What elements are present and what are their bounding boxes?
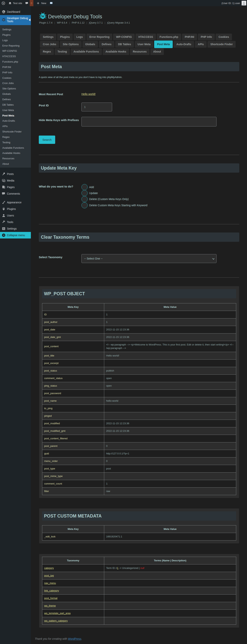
submenu-item-db-tables[interactable]: DB Tables bbox=[0, 102, 31, 108]
sidebar-item-dashboard[interactable]: Dashboard bbox=[0, 8, 31, 15]
tab-functions-php[interactable]: Functions.php bbox=[157, 34, 181, 40]
radio-label: Delete Custom Meta Keys Starting with Ke… bbox=[89, 204, 147, 207]
radio-option: Delete Custom Meta Keys Starting with Ke… bbox=[81, 202, 147, 208]
submenu-item-php-info[interactable]: PHP Info bbox=[0, 70, 31, 75]
sidebar-item-media[interactable]: Media bbox=[0, 177, 31, 184]
docs-menu[interactable] bbox=[50, 0, 53, 6]
tab-resources[interactable]: Resources bbox=[130, 48, 150, 55]
tab-globals[interactable]: Globals bbox=[82, 41, 98, 48]
tab-defines[interactable]: Defines bbox=[99, 41, 114, 48]
sidebar-item-appearance[interactable]: Appearance bbox=[0, 199, 31, 206]
taxonomy-link-nav-menu[interactable]: nav_menu bbox=[44, 582, 56, 584]
tab-regex[interactable]: Regex bbox=[40, 48, 54, 55]
meta-separator: | bbox=[54, 21, 55, 24]
submenu-item-auto-drafts[interactable]: Auto-Drafts bbox=[0, 118, 31, 124]
taxonomy-select[interactable]: -- Select One -- bbox=[81, 254, 217, 263]
site-menu[interactable]: Test site bbox=[8, 0, 22, 6]
tab-htaccess[interactable]: HTACCESS bbox=[135, 34, 156, 40]
taxonomy-panel: TaxonomyTerms (Name | Description)catego… bbox=[39, 554, 239, 628]
user-greeting[interactable]: (User ID: 1) user bbox=[222, 2, 240, 5]
wordpress-link[interactable]: WordPress bbox=[68, 637, 81, 640]
hide-prefixes-textarea[interactable] bbox=[81, 117, 217, 126]
tab-site-options[interactable]: Site Options bbox=[60, 41, 81, 48]
submenu-item-cookies[interactable]: Cookies bbox=[0, 75, 31, 81]
comments-menu[interactable] bbox=[25, 0, 28, 6]
submenu-item-regex[interactable]: Regex bbox=[0, 134, 31, 140]
submenu-item-about[interactable]: About bbox=[0, 161, 31, 167]
tab-auto-drafts[interactable]: Auto-Drafts bbox=[174, 41, 194, 48]
submenu-item-logs[interactable]: Logs bbox=[0, 38, 31, 43]
radio-button-delete-custom-meta-keys-only[interactable] bbox=[81, 196, 88, 202]
recent-post-link[interactable]: Hello world! bbox=[81, 92, 95, 96]
sidebar-item-tools[interactable]: Tools bbox=[0, 219, 31, 225]
tab-post-meta[interactable]: Post Meta bbox=[154, 40, 173, 48]
table-header: Meta Key bbox=[42, 526, 104, 533]
sidebar-item-posts[interactable]: Posts bbox=[0, 171, 31, 177]
submenu-item-settings[interactable]: Settings bbox=[0, 27, 31, 32]
post-id-input[interactable]: 1 bbox=[81, 102, 112, 112]
sidebar-item-plugins[interactable]: Plugins bbox=[0, 206, 31, 212]
term-id-link[interactable]: 1 bbox=[117, 566, 118, 570]
submenu-item-available-functions[interactable]: Available Functions bbox=[0, 145, 31, 150]
submenu-item-cron-jobs[interactable]: Cron Jobs bbox=[0, 80, 31, 86]
submenu-item-plugins[interactable]: Plugins bbox=[0, 32, 31, 38]
submenu-item-resources[interactable]: Resources bbox=[0, 156, 31, 161]
taxonomy-link-post-tag[interactable]: post_tag bbox=[44, 574, 54, 577]
sidebar-item-developer-debug-tools[interactable]: W Developer Debug Tools bbox=[0, 15, 31, 25]
avatar[interactable] bbox=[242, 1, 246, 6]
submenu-item-wp-config[interactable]: WP-CONFIG bbox=[0, 48, 31, 54]
submenu-item-testing[interactable]: Testing bbox=[0, 140, 31, 145]
tab-shortcode-finder[interactable]: Shortcode Finder bbox=[208, 41, 236, 48]
meta-key-cell: post_parent bbox=[42, 442, 104, 450]
tab-user-meta[interactable]: User Meta bbox=[135, 41, 153, 48]
submenu-item-post-meta[interactable]: Post Meta bbox=[0, 113, 31, 118]
submenu-item-defines[interactable]: Defines bbox=[0, 97, 31, 102]
tab-db-tables[interactable]: DB Tables bbox=[115, 41, 134, 48]
tab-about[interactable]: About bbox=[150, 48, 164, 55]
comment-count-badge[interactable]: 0 bbox=[30, 0, 33, 6]
new-menu[interactable]: New bbox=[37, 0, 46, 6]
meta-item: Plugin 1.7.4 bbox=[39, 21, 52, 24]
radio-button-update[interactable] bbox=[81, 190, 88, 196]
tab-available-hooks[interactable]: Available Hooks bbox=[103, 48, 129, 55]
taxonomy-link-wp-pattern-category[interactable]: wp_pattern_category bbox=[44, 619, 67, 622]
submenu-item-shortcode-finder[interactable]: Shortcode Finder bbox=[0, 129, 31, 134]
search-button[interactable]: Search bbox=[39, 136, 55, 144]
taxonomy-link-wp-theme[interactable]: wp_theme bbox=[44, 604, 56, 607]
tab-testing[interactable]: Testing bbox=[55, 48, 70, 55]
submenu-item-user-meta[interactable]: User Meta bbox=[0, 108, 31, 113]
submenu-item-htaccess[interactable]: HTACCESS bbox=[0, 54, 31, 59]
tab-php-info[interactable]: PHP Info bbox=[198, 34, 215, 40]
tab-php-ini[interactable]: PHP.INI bbox=[182, 34, 197, 40]
submenu-item-apis[interactable]: APIs bbox=[0, 124, 31, 129]
tab-logs[interactable]: Logs bbox=[73, 34, 86, 40]
taxonomy-link-wp-template-part-area[interactable]: wp_template_part_area bbox=[44, 612, 71, 615]
submenu-item-available-hooks[interactable]: Available Hooks bbox=[0, 150, 31, 156]
taxonomy-link-post-format[interactable]: post_format bbox=[44, 597, 57, 600]
tab-settings[interactable]: Settings bbox=[40, 34, 56, 40]
tab-cookies[interactable]: Cookies bbox=[216, 34, 232, 40]
sidebar-item-pages[interactable]: Pages bbox=[0, 184, 31, 190]
tab-cron-jobs[interactable]: Cron Jobs bbox=[40, 41, 59, 48]
tab-plugins[interactable]: Plugins bbox=[57, 34, 73, 40]
sidebar-item-settings[interactable]: Settings bbox=[0, 225, 31, 232]
radio-button-add[interactable] bbox=[81, 184, 88, 190]
wp-logo-menu[interactable]: W bbox=[1, 0, 5, 6]
submenu-item-site-options[interactable]: Site Options bbox=[0, 86, 31, 91]
submenu-item-globals[interactable]: Globals bbox=[0, 91, 31, 97]
meta-key-cell: post_author bbox=[42, 318, 104, 326]
meta-value-cell: http://127.0.0.1/?p=1 bbox=[104, 450, 236, 458]
taxonomy-link-category[interactable]: category bbox=[44, 566, 54, 570]
collapse-menu-button[interactable]: Collapse menu bbox=[0, 232, 31, 238]
tab-error-reporting[interactable]: Error Reporting bbox=[86, 34, 112, 40]
tab-available-functions[interactable]: Available Functions bbox=[71, 48, 102, 55]
radio-button-delete-custom-meta-keys-starting-with-keyword[interactable] bbox=[81, 202, 88, 208]
sidebar-item-users[interactable]: Users bbox=[0, 212, 31, 219]
submenu-item-error-reporting[interactable]: Error Reporting bbox=[0, 43, 31, 48]
taxonomy-link-link-category[interactable]: link_category bbox=[44, 589, 59, 592]
submenu-item-functions-php[interactable]: Functions.php bbox=[0, 59, 31, 64]
sidebar-item-comments[interactable]: Comments bbox=[0, 190, 31, 197]
tab-wp-config[interactable]: WP-CONFIG bbox=[113, 34, 135, 40]
tab-apis[interactable]: APIs bbox=[195, 41, 207, 48]
submenu-item-php-ini[interactable]: PHP.INI bbox=[0, 64, 31, 70]
